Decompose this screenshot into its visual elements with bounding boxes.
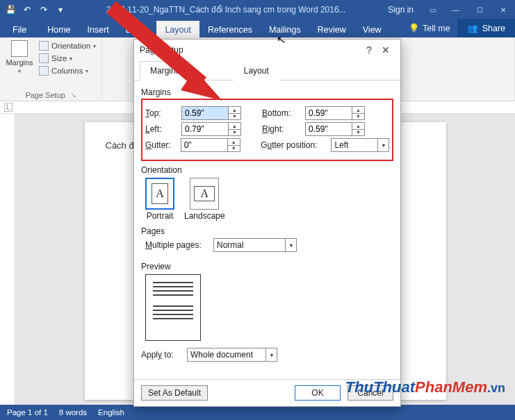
apply-to-value: Whole document [188,350,265,360]
save-icon[interactable]: 💾 [4,3,17,16]
size-icon [39,53,49,63]
status-words[interactable]: 8 words [59,408,87,417]
tab-view[interactable]: View [354,21,390,37]
dialog-title: Page Setup [140,45,361,55]
vertical-ruler[interactable] [0,114,15,405]
margins-button[interactable]: Margins ▾ [4,40,35,74]
apply-to-label: Apply to: [141,350,183,360]
spin-up-icon[interactable]: ▲ [228,139,240,146]
gutter-position-label: Gutter position: [261,140,327,150]
margin-bottom-input[interactable] [306,107,352,119]
section-preview-label: Preview [141,262,393,271]
ribbon-options-icon[interactable]: ▭ [420,0,444,19]
dialog-tab-layout[interactable]: Layout [234,61,279,81]
title-bar: 💾 ↶ ↷ ▾ 2017-11-20_NgaTTN_Cách đổi Inch … [0,0,515,19]
spin-down-icon[interactable]: ▼ [229,130,240,136]
status-page[interactable]: Page 1 of 1 [7,408,48,417]
qat-customize-icon[interactable]: ▾ [54,3,67,16]
tab-home[interactable]: Home [39,21,79,37]
dialog-tab-margins[interactable]: Margins [140,61,190,81]
tab-layout[interactable]: Layout [156,21,199,37]
chevron-down-icon[interactable]: ▾ [265,348,277,361]
orientation-button[interactable]: Orientation▾ [38,40,97,51]
watermark-part-a: ThuThuat [345,378,415,396]
ribbon-group-page-setup: Margins ▾ Orientation▾ Size▾ Columns▾ Pa… [0,37,102,101]
lightbulb-icon: 💡 [409,23,420,33]
gutter-position-combo[interactable]: Left ▾ [331,138,389,152]
dialog-launcher-icon[interactable]: ↘ [71,92,76,99]
watermark-part-b: PhanMem [415,378,487,396]
margin-left-spinner[interactable]: ▲▼ [181,122,241,136]
columns-button[interactable]: Columns▾ [38,65,97,76]
multiple-pages-combo[interactable]: Normal ▾ [213,238,297,252]
multiple-pages-label: Multiple pages: [145,240,209,250]
chevron-down-icon[interactable]: ▾ [377,139,389,151]
multiple-pages-value: Normal [214,240,285,250]
margin-right-spinner[interactable]: ▲▼ [305,122,365,136]
gutter-input[interactable] [181,139,227,151]
redo-icon[interactable]: ↷ [38,3,50,16]
gutter-label: Gutter: [145,140,177,150]
chevron-down-icon: ▾ [70,56,72,62]
group-label-page-setup: Page Setup [25,91,65,99]
spin-down-icon[interactable]: ▼ [229,114,240,120]
spin-up-icon[interactable]: ▲ [229,107,240,114]
sign-in-link[interactable]: Sign in [381,5,420,15]
tell-me-label: Tell me [423,24,450,33]
tab-references[interactable]: References [199,21,261,37]
page-setup-dialog: Page Setup ? ✕ Margins Paper Layout Marg… [133,39,401,407]
margin-left-input[interactable] [182,123,228,135]
spin-down-icon[interactable]: ▼ [352,130,364,136]
margin-top-spinner[interactable]: ▲▼ [181,106,241,120]
gutter-position-value: Left [332,140,377,150]
spin-up-icon[interactable]: ▲ [352,107,364,114]
apply-to-combo[interactable]: Whole document ▾ [187,348,277,362]
spin-down-icon[interactable]: ▼ [352,114,364,120]
chevron-down-icon[interactable]: ▾ [285,239,296,251]
spin-up-icon[interactable]: ▲ [352,123,364,130]
help-icon[interactable]: ? [361,44,377,56]
margin-top-input[interactable] [182,107,228,119]
tell-me[interactable]: 💡Tell me [402,19,457,37]
tab-file[interactable]: File [0,21,39,37]
ok-button[interactable]: OK [295,385,341,401]
document-text: Cách đ [106,140,134,151]
tab-design[interactable]: Des... [117,21,157,37]
spin-down-icon[interactable]: ▼ [228,146,240,152]
gutter-spinner[interactable]: ▲▼ [181,138,240,152]
status-language[interactable]: English [98,408,124,417]
tab-review[interactable]: Review [309,21,354,37]
section-pages-label: Pages [141,226,393,236]
orientation-landscape[interactable]: A Landscape [184,178,225,221]
chevron-down-icon: ▾ [85,68,88,74]
share-label: Share [482,24,505,33]
maximize-icon[interactable]: ☐ [468,0,491,19]
dialog-close-icon[interactable]: ✕ [377,44,395,56]
margin-left-label: Left: [145,124,177,134]
dialog-titlebar: Page Setup ? ✕ [134,40,400,60]
dialog-tabs: Margins Paper Layout [134,60,400,81]
section-orientation-label: Orientation [141,165,393,175]
margins-highlight-box: Top: ▲▼ Bottom: ▲▼ Left: ▲▼ [141,99,393,161]
close-icon[interactable]: ✕ [491,0,515,19]
section-margins-label: Margins [141,87,393,97]
columns-label: Columns [51,67,83,75]
size-button[interactable]: Size▾ [38,53,97,64]
size-label: Size [51,54,67,62]
share-button[interactable]: 👥Share [457,19,515,37]
tab-insert[interactable]: Insert [79,21,117,37]
margin-right-input[interactable] [306,123,352,135]
portrait-label: Portrait [147,211,174,221]
spin-up-icon[interactable]: ▲ [229,123,240,130]
undo-icon[interactable]: ↶ [21,3,33,16]
columns-icon [39,66,49,76]
orientation-icon [39,41,49,51]
set-as-default-button[interactable]: Set As Default [141,385,208,401]
watermark-part-c: .vn [487,381,505,395]
minimize-icon[interactable]: — [444,0,468,19]
margin-bottom-spinner[interactable]: ▲▼ [305,106,365,120]
orientation-portrait[interactable]: A Portrait [145,178,174,221]
margin-top-label: Top: [145,108,177,118]
landscape-label: Landscape [184,211,225,221]
margins-icon [11,40,28,57]
